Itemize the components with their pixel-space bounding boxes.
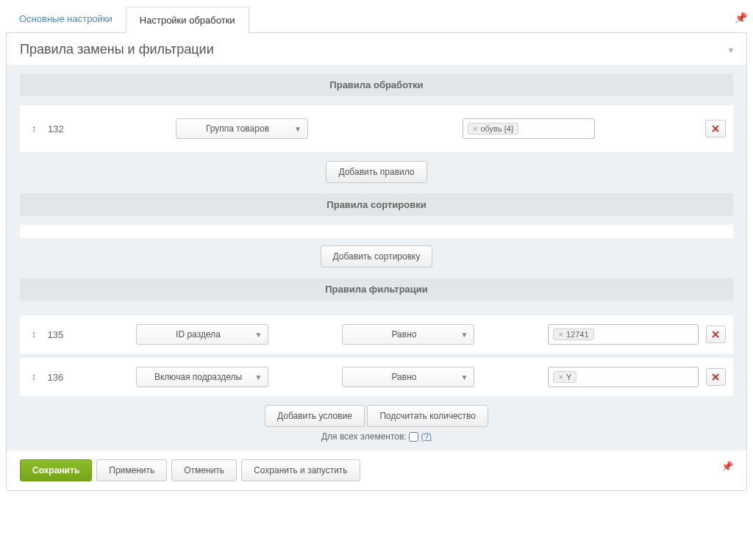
tag-remove-icon[interactable]: ×: [558, 330, 563, 339]
filter-id: 135: [47, 329, 71, 340]
panel-header: Правила замены и фильтрации ▾: [7, 33, 746, 65]
filter-field-label: ID раздела: [137, 329, 268, 340]
tag-remove-icon[interactable]: ×: [473, 124, 477, 133]
chevron-down-icon: ▼: [461, 331, 468, 339]
for-all-elements-checkbox[interactable]: [409, 432, 418, 442]
filter-field-label: Включая подразделы: [137, 372, 268, 382]
cancel-button[interactable]: Отменить: [171, 459, 237, 481]
processing-rule-row: ↕ 132 Группа товаров ▼ × обувь [4]: [20, 105, 733, 152]
section-processing-rules-title: Правила обработки: [20, 73, 733, 96]
filter-id: 136: [47, 372, 71, 383]
for-all-elements-row: Для всех элементов: (?): [20, 431, 733, 442]
delete-icon: [710, 372, 721, 382]
save-button[interactable]: Сохранить: [20, 459, 92, 481]
panel-body: Правила обработки ↕ 132 Группа товаров ▼…: [7, 65, 746, 450]
add-sort-button[interactable]: Добавить сортировку: [321, 245, 433, 268]
delete-icon: [710, 329, 721, 340]
tag-remove-icon[interactable]: ×: [558, 373, 563, 381]
help-link[interactable]: (?): [421, 431, 432, 442]
add-condition-button[interactable]: Добавить условие: [265, 405, 365, 427]
filter-value-input[interactable]: × 12741: [548, 324, 698, 345]
chevron-down-icon: ▼: [461, 373, 468, 381]
main-panel: Правила замены и фильтрации ▾ Правила об…: [6, 33, 747, 491]
rule-field-select-label: Группа товаров: [176, 123, 307, 134]
chevron-down-icon: ▼: [255, 331, 263, 339]
filter-field-select[interactable]: Включая подразделы ▼: [136, 367, 268, 387]
section-sorting-rules-title: Правила сортировки: [20, 193, 733, 216]
filter-row: ↕ 135 ID раздела ▼ Равно ▼ × 12741: [20, 315, 733, 353]
apply-button[interactable]: Применить: [96, 459, 167, 481]
filter-operator-select[interactable]: Равно ▼: [342, 324, 474, 345]
filter-value-input[interactable]: × Y: [548, 367, 698, 387]
section-filter-rules-title: Правила фильтрации: [20, 278, 733, 301]
drag-handle-icon[interactable]: ↕: [27, 329, 40, 340]
pin-icon[interactable]: 📌: [735, 12, 747, 24]
tab-processing-settings[interactable]: Настройки обработки: [126, 7, 249, 33]
delete-rule-button[interactable]: [705, 120, 726, 137]
delete-filter-button[interactable]: [706, 368, 726, 386]
count-button[interactable]: Подсчитать количество: [367, 405, 488, 427]
filter-row: ↕ 136 Включая подразделы ▼ Равно ▼ × Y: [20, 358, 733, 396]
filter-operator-label: Равно: [343, 329, 474, 340]
panel-title: Правила замены и фильтрации: [20, 42, 214, 57]
delete-filter-button[interactable]: [706, 326, 726, 343]
tab-main-settings[interactable]: Основные настройки: [6, 6, 126, 32]
filter-operator-label: Равно: [343, 372, 474, 382]
filter-value-text: Y: [566, 373, 571, 381]
filter-operator-select[interactable]: Равно ▼: [342, 367, 474, 387]
filter-value-tag: × 12741: [553, 329, 593, 340]
filter-value-text: 12741: [566, 330, 589, 339]
delete-icon: [710, 123, 721, 134]
rule-value-tag-text: обувь [4]: [480, 124, 513, 133]
empty-sorting-area: [20, 225, 733, 238]
rule-field-select[interactable]: Группа товаров ▼: [176, 118, 308, 139]
pin-icon[interactable]: 📌: [721, 461, 733, 472]
collapse-icon[interactable]: ▾: [729, 45, 733, 55]
footer-bar: Сохранить Применить Отменить Сохранить и…: [7, 450, 746, 490]
drag-handle-icon[interactable]: ↕: [27, 372, 40, 382]
rule-value-tag: × обувь [4]: [468, 123, 518, 134]
save-and-run-button[interactable]: Сохранить и запустить: [241, 459, 360, 481]
drag-handle-icon[interactable]: ↕: [27, 123, 40, 134]
rule-id: 132: [48, 123, 73, 134]
rule-value-input[interactable]: × обувь [4]: [463, 118, 595, 139]
add-rule-button[interactable]: Добавить правило: [326, 161, 427, 183]
filter-value-tag: × Y: [553, 371, 577, 383]
chevron-down-icon: ▼: [294, 125, 301, 133]
chevron-down-icon: ▼: [255, 373, 263, 381]
for-all-elements-label: Для всех элементов:: [321, 431, 407, 442]
tabs-bar: Основные настройки Настройки обработки 📌: [6, 6, 747, 33]
filter-field-select[interactable]: ID раздела ▼: [136, 324, 268, 345]
